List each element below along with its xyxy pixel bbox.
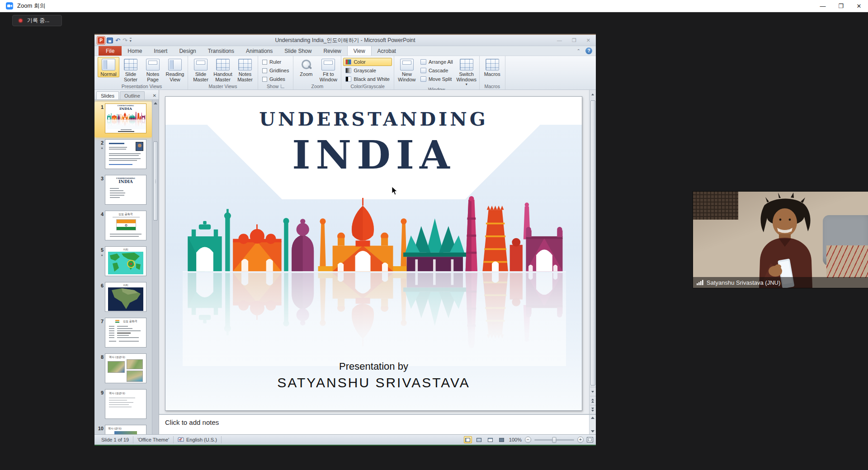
handout-master-button[interactable]: Handout Master	[212, 57, 234, 83]
thumb-3-preview: UNDERSTANDING INDIA	[105, 175, 146, 205]
powerpoint-titlebar: P ↶ ↷ ▾ Understanding India_인도이해하기 - Mic…	[94, 35, 596, 46]
participant-video-tile[interactable]: Satyanshu Srivastava (JNU)	[693, 192, 868, 288]
participant-name: Satyanshu Srivastava (JNU)	[707, 279, 780, 286]
zoom-button[interactable]: Zoom	[295, 57, 317, 77]
thumb-6-number: 6	[101, 283, 104, 288]
zoom-in-button[interactable]: +	[577, 437, 584, 443]
guides-checkbox[interactable]: Guides	[260, 75, 291, 83]
tab-transitions[interactable]: Transitions	[202, 46, 240, 56]
slide-author[interactable]: SATYANSHU SRIVASTAVA	[165, 375, 582, 390]
slideshow-button-status[interactable]	[498, 436, 506, 443]
arrange-all-icon	[420, 59, 426, 65]
slides-panel-scrollbar[interactable]	[152, 100, 159, 434]
tab-slide-show[interactable]: Slide Show	[278, 46, 317, 56]
ppt-minimize-button[interactable]: —	[557, 38, 562, 43]
slide-master-button[interactable]: Slide Master	[190, 57, 212, 83]
slide-thumbnail-8[interactable]: 8 역사 (전근대)	[94, 352, 152, 387]
slide-thumbnail-1[interactable]: 1 UNDERSTANDING INDIA	[94, 102, 152, 137]
outline-tab[interactable]: Outline	[120, 91, 145, 99]
zoom-percentage[interactable]: 100%	[509, 437, 522, 442]
fit-to-window-button[interactable]: Fit to Window	[317, 57, 339, 83]
tab-insert[interactable]: Insert	[148, 46, 173, 56]
slide-title-main[interactable]: INDIA	[165, 132, 582, 178]
thumb-4-number: 4	[101, 212, 104, 217]
minimize-button[interactable]: —	[814, 0, 832, 12]
slide-scrollbar-thumb[interactable]	[590, 100, 595, 385]
thumb-4-preview: 인도 공화국	[105, 211, 146, 240]
undo-button[interactable]: ↶	[115, 38, 120, 43]
reading-view-button[interactable]: Reading View	[164, 57, 186, 83]
black-and-white-button[interactable]: Black and White	[343, 75, 392, 83]
slide-thumbnail-7[interactable]: 7 인도 공화국	[94, 316, 152, 352]
slide-thumbnail-3[interactable]: 3 UNDERSTANDING INDIA	[94, 173, 152, 209]
grayscale-button[interactable]: Grayscale	[343, 66, 392, 75]
ppt-restore-button[interactable]: ❐	[572, 38, 576, 43]
normal-view-button[interactable]: Normal	[98, 57, 119, 77]
slide-thumbnail-5[interactable]: 5✶ 지리	[94, 244, 152, 280]
tab-design[interactable]: Design	[173, 46, 202, 56]
zoom-slider-thumb[interactable]	[552, 437, 557, 443]
slide-sorter-button-status[interactable]	[475, 436, 483, 443]
slides-panel-scrollbar-thumb[interactable]	[153, 141, 158, 221]
slide-thumbnail-2[interactable]: 2✶	[94, 137, 152, 173]
slide-sorter-button[interactable]: Slide Sorter	[120, 57, 142, 83]
scroll-up-icon[interactable]	[591, 417, 594, 419]
cascade-button[interactable]: Cascade	[418, 66, 455, 75]
close-button[interactable]: ✕	[850, 0, 868, 12]
redo-button[interactable]: ↷	[123, 38, 127, 43]
color-button[interactable]: Color	[343, 58, 392, 66]
slide-thumbnail-6[interactable]: 6 지리	[94, 280, 152, 316]
slide-thumbnail-9[interactable]: 9 역사 (전근대)	[94, 387, 152, 423]
minimize-ribbon-icon[interactable]: ⌃	[577, 48, 580, 53]
tab-file[interactable]: File	[99, 46, 122, 56]
reading-view-button-status[interactable]	[486, 436, 495, 443]
scroll-down-icon[interactable]	[590, 387, 596, 396]
next-slide-button[interactable]	[590, 405, 596, 414]
slide-thumbnail-4[interactable]: 4 인도 공화국	[94, 209, 152, 244]
spellcheck-status[interactable]: English (U.S.)	[174, 436, 222, 443]
tab-review[interactable]: Review	[317, 46, 347, 56]
new-window-button[interactable]: New Window	[396, 57, 418, 83]
tab-home[interactable]: Home	[122, 46, 148, 56]
slide-scrollbar[interactable]	[589, 90, 596, 414]
recording-indicator[interactable]: 기록 중...	[12, 15, 62, 26]
slide-title-top[interactable]: UNDERSTANDING	[165, 108, 582, 130]
group-presentation-views: Normal Slide Sorter Notes Page Reading V…	[96, 56, 188, 89]
notes-master-button[interactable]: Notes Master	[234, 57, 256, 83]
move-split-button[interactable]: Move Split	[418, 75, 455, 83]
ruler-checkbox[interactable]: Ruler	[260, 58, 291, 66]
fit-slide-to-window-icon[interactable]	[587, 437, 593, 442]
notes-scrollbar[interactable]	[589, 415, 596, 434]
notes-pane[interactable]: Click to add notes	[159, 414, 596, 434]
notes-page-button[interactable]: Notes Page	[142, 57, 164, 83]
tab-acrobat[interactable]: Acrobat	[372, 46, 402, 56]
arrange-all-button[interactable]: Arrange All	[418, 58, 455, 66]
customize-qat-dropdown[interactable]: ▾	[130, 38, 132, 43]
macros-button[interactable]: Macros	[481, 57, 503, 77]
slide-thumbnail-10[interactable]: 10 역사 (근대)	[94, 423, 152, 434]
tab-animations[interactable]: Animations	[240, 46, 278, 56]
zoom-window-title: Zoom 회의	[17, 2, 46, 10]
close-panel-icon[interactable]: ✕	[153, 93, 156, 99]
scroll-up-icon[interactable]	[590, 90, 596, 99]
current-slide[interactable]: UNDERSTANDING INDIA Presentation by SATY…	[165, 96, 582, 411]
restore-button[interactable]: ❐	[832, 0, 850, 12]
switch-windows-button[interactable]: Switch Windows ▾	[456, 57, 477, 87]
zoom-out-button[interactable]: −	[525, 437, 531, 443]
tab-view[interactable]: View	[347, 46, 372, 56]
scroll-down-icon[interactable]	[591, 430, 594, 432]
show-dialog-launcher-icon[interactable]	[281, 85, 284, 88]
notes-placeholder[interactable]: Click to add notes	[165, 418, 219, 426]
zoom-slider[interactable]	[534, 439, 574, 441]
slides-tab[interactable]: Slides	[96, 91, 119, 99]
gridlines-checkbox[interactable]: Gridlines	[260, 66, 291, 75]
ribbon-tab-bar: File Home Insert Design Transitions Anim…	[94, 46, 596, 56]
slide-byline[interactable]: Presentation by	[165, 361, 582, 372]
save-button[interactable]	[107, 38, 113, 43]
ppt-close-button[interactable]: ✕	[586, 38, 590, 43]
previous-slide-button[interactable]	[590, 396, 596, 405]
normal-view-button-status[interactable]	[464, 436, 472, 443]
scroll-up-icon[interactable]	[154, 102, 157, 104]
help-icon[interactable]: ?	[585, 47, 592, 54]
conn-signal-icon	[697, 280, 703, 285]
